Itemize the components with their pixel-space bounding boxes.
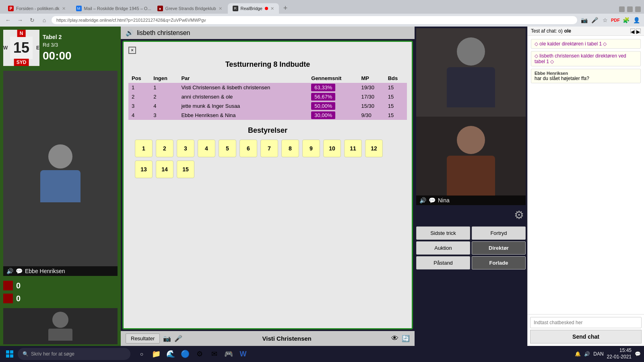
top-speaker-icon: 🔊 <box>126 29 134 37</box>
board-button[interactable]: 3 <box>177 140 194 157</box>
taskbar-game-icon[interactable]: 🎮 <box>222 348 235 360</box>
tab-politiken[interactable]: P Forsiden - politiken.dk ✕ <box>3 3 70 14</box>
chat-input-area: Send chat <box>528 314 644 346</box>
forlade-button[interactable]: Forlade <box>472 256 526 269</box>
windows-start-button[interactable] <box>3 348 16 360</box>
taskbar-explorer[interactable]: 📁 <box>150 348 163 360</box>
modal-close-button[interactable]: × <box>128 47 136 54</box>
address-bar-row: ← → ↻ ⌂ https://play.realbridge.online/c… <box>0 14 644 27</box>
col-pos: Pos <box>128 74 150 83</box>
camera-icon[interactable]: 📷 <box>580 16 588 25</box>
mic-icon-bottom: 🎤 <box>174 335 182 342</box>
taskbar-search[interactable]: 🔍 Skriv her for at søge <box>18 348 130 360</box>
new-tab-button[interactable]: + <box>280 2 291 14</box>
table-info: Tabel 2 Rd 3/3 00:00 <box>43 34 72 62</box>
cell-pct: 63,33% <box>308 83 358 92</box>
forward-button[interactable]: → <box>15 15 25 25</box>
west-player-name-bar: 🔊 💬 Ebbe Henriksen <box>3 266 118 276</box>
board-button[interactable]: 12 <box>365 140 383 157</box>
chat-header: Test af chat: o) ole ◀ ▶ <box>528 27 644 36</box>
taskbar-edge[interactable]: 🌊 <box>164 348 177 360</box>
cell-pos: 2 <box>128 92 150 101</box>
cell-ingen: 4 <box>150 101 178 111</box>
taskbar-settings[interactable]: ⚙ <box>193 348 206 360</box>
top-player-name: lisbeth christensen <box>137 29 190 37</box>
chat-scroll-left[interactable]: ◀ <box>630 29 635 33</box>
cell-pos: 3 <box>128 101 150 111</box>
taskbar-chrome[interactable]: 🔵 <box>179 348 192 360</box>
toolbar-icons: 📷 🎤 ☆ PDF 🧩 👤 <box>580 16 641 25</box>
tab-close-icon[interactable]: ✕ <box>270 6 274 11</box>
bottom-player-name: Visti Christensen <box>186 335 388 342</box>
taskbar-mail[interactable]: ✉ <box>208 348 221 360</box>
minimize-icon[interactable] <box>619 6 625 12</box>
taskbar-word[interactable]: W <box>237 348 250 360</box>
taskbar: 🔍 Skriv her for at søge ○ 📁 🌊 🔵 ⚙ ✉ 🎮 W … <box>0 346 644 362</box>
recording-indicator <box>265 7 268 10</box>
col-par: Par <box>178 74 308 83</box>
tab-close-icon[interactable]: ✕ <box>219 6 222 11</box>
board-button[interactable]: 8 <box>281 140 299 157</box>
taskbar-notification-center[interactable]: 💬 <box>635 351 641 357</box>
gear-icon[interactable]: ⚙ <box>514 208 524 222</box>
tab-realbridge[interactable]: R RealBridge ✕ <box>228 3 279 14</box>
direktoer-button[interactable]: Direktør <box>472 241 526 255</box>
taskbar-cortana[interactable]: ○ <box>135 348 148 360</box>
east-player-name: Nina <box>438 197 450 204</box>
cell-ingen: 3 <box>150 111 178 120</box>
resultater-button[interactable]: Resultater <box>126 333 160 343</box>
chat-input[interactable] <box>530 317 642 328</box>
taskbar-clock: 15:45 22-01-2021 <box>607 348 632 360</box>
board-button[interactable]: 11 <box>344 140 362 157</box>
close-browser-icon[interactable] <box>635 6 641 12</box>
board-button[interactable]: 5 <box>219 140 236 157</box>
taskbar-notification-icon[interactable]: 🔔 <box>575 351 581 357</box>
middle-panel: 🔊 lisbeth christensen × Testturnering 8 … <box>121 27 415 346</box>
browser-chrome: P Forsiden - politiken.dk ✕ M Mail – Ros… <box>0 0 644 27</box>
board-button[interactable]: 9 <box>302 140 320 157</box>
star-icon[interactable]: ☆ <box>601 16 609 25</box>
score-card-1 <box>3 281 13 290</box>
cell-par: anni christensen & ole <box>178 92 308 101</box>
board-button[interactable]: 10 <box>323 140 341 157</box>
laatste-trick-button[interactable]: Sidste trick <box>416 226 470 240</box>
taskbar-volume-icon[interactable]: 🔊 <box>584 351 590 357</box>
cell-pos: 1 <box>128 83 150 92</box>
fortryd-button[interactable]: Fortryd <box>472 226 526 240</box>
results-modal: × Testturnering 8 Indbudte Pos Ingen Par… <box>122 41 413 329</box>
top-player-bar: 🔊 lisbeth christensen <box>121 27 415 39</box>
score-cards-2: 0 <box>0 294 121 306</box>
reload-button[interactable]: ↻ <box>27 15 37 25</box>
round-label: Rd 3/3 <box>43 42 72 48</box>
cell-par: jette munk & Inger Susaa <box>178 101 308 111</box>
board-button[interactable]: 13 <box>135 160 153 178</box>
board-button[interactable]: 15 <box>177 160 194 178</box>
left-panel: SYD E W 15 N Tabel 2 Rd 3/3 00:00 <box>0 27 121 346</box>
chat-scroll-right[interactable]: ▶ <box>636 29 641 33</box>
sound-icon: 🔊 <box>6 268 13 274</box>
board-button[interactable]: 7 <box>260 140 278 157</box>
pastand-button[interactable]: Påstand <box>416 256 470 269</box>
send-chat-button[interactable]: Send chat <box>530 330 642 343</box>
profile-icon[interactable]: 👤 <box>632 16 641 25</box>
board-button[interactable]: 4 <box>198 140 215 157</box>
home-button[interactable]: ⌂ <box>39 15 49 25</box>
tab-greve[interactable]: ♦ Greve Strands Bridgeklub ✕ <box>153 3 227 14</box>
extensions-icon[interactable]: 🧩 <box>621 16 630 25</box>
maximize-icon[interactable] <box>627 6 633 12</box>
pdf-icon[interactable]: PDF <box>611 16 620 25</box>
tab-mail[interactable]: M Mail – Roskilde Bridge 1945 – O... ✕ <box>71 3 152 14</box>
table-row: 2 2 anni christensen & ole 56,67% 17/30 … <box>128 92 407 101</box>
col-bds: Bds <box>385 74 407 83</box>
chat-bubble-icon: 💬 <box>16 268 23 274</box>
url-bar[interactable]: https://play.realbridge.online/cf.html?p… <box>52 16 577 24</box>
tab-close-icon[interactable]: ✕ <box>62 6 66 11</box>
back-button[interactable]: ← <box>3 15 13 25</box>
mic-icon[interactable]: 🎤 <box>590 16 599 25</box>
auktion-button[interactable]: Auktion <box>416 241 470 255</box>
board-button[interactable]: 2 <box>156 140 173 157</box>
board-button[interactable]: 14 <box>156 160 173 178</box>
tab-bar: P Forsiden - politiken.dk ✕ M Mail – Ros… <box>0 0 644 14</box>
board-button[interactable]: 6 <box>239 140 257 157</box>
board-button[interactable]: 1 <box>135 140 153 157</box>
